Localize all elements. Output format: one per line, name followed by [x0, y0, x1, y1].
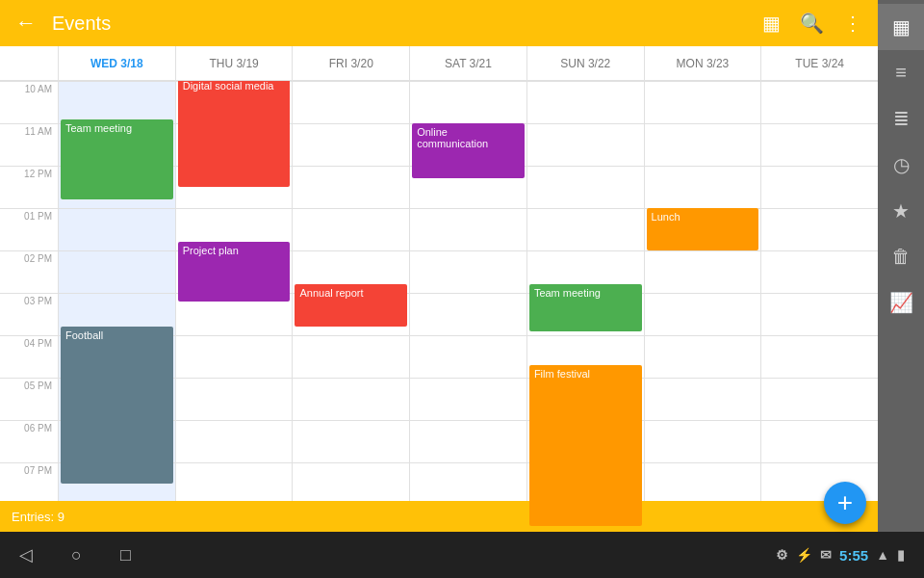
nav-home-icon[interactable]: ○	[71, 545, 82, 565]
sidebar-chart-icon[interactable]: 📈	[878, 279, 924, 326]
day-header: SUN 3/22	[526, 46, 644, 80]
back-button[interactable]: ←	[8, 3, 44, 43]
time-gutter-header	[0, 46, 58, 80]
day-header: THU 3/19	[175, 46, 293, 80]
time-label: 10 AM	[0, 81, 58, 123]
calendar-icon[interactable]: ▦	[755, 4, 788, 42]
day-column: Lunch	[644, 81, 761, 532]
time-label: 05 PM	[0, 378, 58, 420]
calendar-body[interactable]: 10 AM11 AM12 PM01 PM02 PM03 PM04 PM05 PM…	[0, 81, 878, 532]
android-navbar: ◁ ○ □ ⚙ ⚡ ✉ 5:55 ▲ ▮	[0, 532, 924, 578]
settings-icon: ⚙	[776, 547, 788, 563]
day-column: Digital social mediaProject plan	[175, 81, 293, 532]
calendar-event[interactable]: Digital social media	[178, 81, 291, 187]
time-label: 11 AM	[0, 123, 58, 166]
email-icon: ✉	[820, 547, 832, 563]
day-column: Annual report	[292, 81, 409, 532]
calendar-event[interactable]: Online communication	[412, 123, 525, 178]
add-event-fab[interactable]: +	[824, 482, 866, 524]
day-header: FRI 3/20	[292, 46, 409, 80]
sidebar-filter2-icon[interactable]: ≣	[878, 95, 924, 142]
entries-count: Entries: 9	[12, 510, 64, 524]
day-header: MON 3/23	[644, 46, 761, 80]
calendar-header: WED 3/18THU 3/19FRI 3/20SAT 3/21SUN 3/22…	[0, 46, 878, 81]
calendar-event[interactable]: Film festival	[529, 365, 642, 526]
wifi-icon: ▲	[876, 547, 889, 563]
day-column: Team meetingFilm festival	[526, 81, 644, 532]
calendar-event[interactable]: Team meeting	[61, 119, 173, 200]
topbar-icons: ▦ 🔍 ⋮	[755, 4, 870, 42]
right-sidebar: ▦ ≡ ≣ ◷ ★ 🗑 📈	[878, 0, 924, 532]
footer-bar: Entries: 9	[0, 501, 878, 532]
nav-back-icon[interactable]: ◁	[19, 544, 33, 565]
app-title: Events	[52, 13, 755, 35]
day-header: WED 3/18	[58, 46, 175, 80]
sidebar-filter1-icon[interactable]: ≡	[878, 50, 924, 95]
sidebar-history-icon[interactable]: ◷	[878, 142, 924, 188]
day-column	[760, 81, 878, 532]
time-label: 04 PM	[0, 335, 58, 378]
day-column: Online communication	[409, 81, 526, 532]
day-header: TUE 3/24	[760, 46, 878, 80]
nav-recents-icon[interactable]: □	[120, 545, 131, 565]
sidebar-calendar-icon[interactable]: ▦	[878, 4, 924, 50]
day-headers: WED 3/18THU 3/19FRI 3/20SAT 3/21SUN 3/22…	[58, 46, 878, 80]
status-bar: ⚙ ⚡ ✉ 5:55 ▲ ▮	[776, 547, 905, 564]
time-label: 06 PM	[0, 420, 58, 462]
day-columns: Team meetingFootballDigital social media…	[58, 81, 878, 532]
time-label: 02 PM	[0, 250, 58, 293]
more-options-icon[interactable]: ⋮	[835, 4, 870, 42]
day-header: SAT 3/21	[409, 46, 526, 80]
sidebar-starred-icon[interactable]: ★	[878, 188, 924, 234]
time-label: 12 PM	[0, 166, 58, 208]
time-label: 07 PM	[0, 462, 58, 505]
sidebar-delete-icon[interactable]: 🗑	[878, 234, 924, 279]
calendar-event[interactable]: Annual report	[295, 284, 407, 327]
time-labels: 10 AM11 AM12 PM01 PM02 PM03 PM04 PM05 PM…	[0, 81, 58, 532]
calendar-event[interactable]: Football	[61, 327, 173, 484]
top-bar: ← Events ▦ 🔍 ⋮	[0, 0, 924, 46]
calendar-event[interactable]: Team meeting	[529, 284, 642, 330]
time-label: 01 PM	[0, 208, 58, 250]
time-label: 03 PM	[0, 293, 58, 335]
day-column: Team meetingFootball	[58, 81, 175, 532]
clock-display: 5:55	[839, 547, 868, 564]
calendar-event[interactable]: Project plan	[178, 242, 291, 302]
calendar-event[interactable]: Lunch	[647, 208, 759, 250]
search-icon[interactable]: 🔍	[792, 4, 832, 42]
usb-icon: ⚡	[796, 547, 812, 563]
battery-icon: ▮	[897, 547, 905, 563]
